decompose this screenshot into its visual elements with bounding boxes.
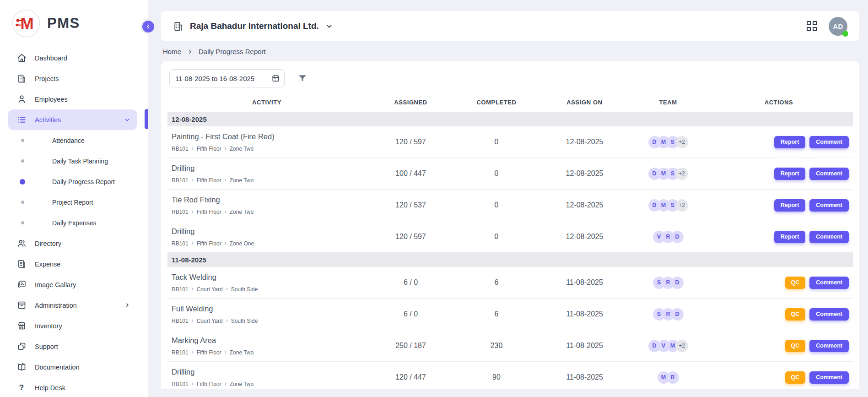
breadcrumb-home[interactable]: Home <box>163 48 181 55</box>
chevron-right-icon: › <box>192 177 194 183</box>
team-avatar[interactable]: R <box>667 371 679 384</box>
completed-value: 0 <box>455 201 538 209</box>
sidebar-collapse-button[interactable] <box>140 19 156 34</box>
sidebar-item-employees[interactable]: Employees <box>8 89 137 109</box>
filter-button[interactable] <box>297 73 307 83</box>
qc-button[interactable]: QC <box>785 308 806 321</box>
sidebar-item-directory[interactable]: Directory <box>8 233 137 254</box>
store-icon <box>16 321 27 331</box>
sidebar-item-dashboard[interactable]: Dashboard <box>8 48 137 68</box>
sidebar-item-image-gallary[interactable]: Image Gallary <box>8 274 137 295</box>
svg-text:M: M <box>20 14 33 32</box>
team-more-badge[interactable]: +2 <box>676 199 688 212</box>
comment-button[interactable]: Comment <box>809 340 849 352</box>
assigned-value: 6 / 0 <box>366 278 455 287</box>
path-crumb: Fifth Floor <box>197 381 221 387</box>
completed-value: 6 <box>455 310 538 318</box>
header-actions: AD <box>807 17 847 36</box>
date-group-row: 11-08-2025 <box>167 253 853 267</box>
image-icon <box>16 280 27 290</box>
column-header-team: TEAM <box>631 99 705 106</box>
avatar-initials: AD <box>833 22 843 30</box>
sidebar-item-label: Daily Expenses <box>52 219 97 227</box>
comment-button[interactable]: Comment <box>809 277 849 289</box>
sidebar-item-administration[interactable]: Administration <box>8 295 137 315</box>
sidebar-item-support[interactable]: Support <box>8 336 137 357</box>
company-selector[interactable]: Raja Bahadur International Ltd. <box>173 21 333 32</box>
sidebar-item-label: Inventory <box>35 322 62 330</box>
calendar-icon[interactable] <box>271 74 280 82</box>
sidebar-item-projects[interactable]: Projects <box>8 68 137 89</box>
copy-icon <box>16 342 27 352</box>
active-item-accent <box>145 109 148 129</box>
breadcrumb-current: Daily Progress Report <box>199 48 266 55</box>
qc-button[interactable]: QC <box>785 371 806 384</box>
comment-button[interactable]: Comment <box>809 199 849 212</box>
column-header-activity: ACTIVITY <box>167 99 366 106</box>
team-more-badge[interactable]: +2 <box>676 168 688 180</box>
sidebar-item-label: Daily Task Planning <box>52 158 108 165</box>
assign-on-value: 11-08-2025 <box>538 278 631 287</box>
sidebar-item-daily-expenses[interactable]: Daily Expenses <box>0 212 148 233</box>
sidebar-item-help-desk[interactable]: ? Help Desk <box>8 377 137 397</box>
team-avatar[interactable]: D <box>671 231 684 243</box>
comment-button[interactable]: Comment <box>809 231 849 243</box>
user-avatar[interactable]: AD <box>829 17 847 36</box>
sidebar-item-project-report[interactable]: Project Report <box>0 192 148 212</box>
activity-title: Full Welding <box>172 305 366 313</box>
activity-path: RB101› Fifth Floor› Zone Two <box>172 381 366 387</box>
sidebar-item-label: Directory <box>35 240 61 247</box>
sidebar-item-label: Daily Progress Report <box>52 178 115 185</box>
chevron-right-icon: › <box>225 177 226 183</box>
path-crumb: Court Yard <box>197 318 223 324</box>
sidebar-item-activities[interactable]: Activities <box>8 109 137 130</box>
table-row: Tie Rod Fixing RB101› Fifth Floor› Zone … <box>167 190 853 221</box>
report-button[interactable]: Report <box>774 168 805 180</box>
team-more-badge[interactable]: +2 <box>676 136 688 148</box>
sidebar-item-documentation[interactable]: Documentation <box>8 357 137 377</box>
chevron-right-icon: › <box>225 240 226 246</box>
team-avatar[interactable]: D <box>671 277 684 289</box>
report-button[interactable]: Report <box>774 136 805 148</box>
sidebar-item-label: Projects <box>35 75 59 82</box>
team-avatars: D M S +2 <box>631 136 705 148</box>
comment-button[interactable]: Comment <box>809 168 849 180</box>
report-button[interactable]: Report <box>774 231 805 243</box>
path-crumb: Zone Two <box>230 146 253 152</box>
completed-value: 0 <box>455 169 538 178</box>
activity-title: Drilling <box>172 227 366 236</box>
team-avatar[interactable]: D <box>671 308 684 321</box>
path-crumb: Fifth Floor <box>197 349 221 356</box>
bullet-icon <box>21 139 24 142</box>
person-icon <box>16 94 27 104</box>
sidebar-item-attendance[interactable]: Attendance <box>0 130 148 151</box>
qc-button[interactable]: QC <box>785 340 806 352</box>
breadcrumb: Home Daily Progress Report <box>163 48 859 55</box>
people-icon <box>16 239 27 249</box>
team-more-badge[interactable]: +2 <box>676 340 688 352</box>
chevron-right-icon: › <box>192 318 194 323</box>
qc-button[interactable]: QC <box>785 277 806 289</box>
sidebar-item-label: Activities <box>35 116 61 124</box>
online-status-dot <box>842 31 848 37</box>
path-crumb: RB101 <box>172 318 189 324</box>
path-crumb: Fifth Floor <box>197 209 221 215</box>
activity-title: Marking Area <box>172 336 366 345</box>
sidebar-item-daily-progress-report[interactable]: Daily Progress Report <box>0 171 148 192</box>
date-range-input[interactable] <box>169 69 285 87</box>
comment-button[interactable]: Comment <box>809 136 849 148</box>
table-row: Tack Welding RB101› Court Yard› South Si… <box>167 267 853 299</box>
chevron-left-icon <box>145 23 151 30</box>
activity-title: Painting - First Coat (Fire Red) <box>172 132 366 141</box>
activity-title: Drilling <box>172 368 366 376</box>
apps-grid-button[interactable] <box>807 21 817 31</box>
comment-button[interactable]: Comment <box>809 371 849 384</box>
sidebar-item-daily-task-planning[interactable]: Daily Task Planning <box>0 151 148 171</box>
sidebar-item-inventory[interactable]: Inventory <box>8 315 137 336</box>
report-card: ACTIVITY ASSIGNED COMPLETED ASSIGN ON TE… <box>161 61 859 389</box>
report-button[interactable]: Report <box>774 199 805 212</box>
comment-button[interactable]: Comment <box>809 308 849 321</box>
team-avatars: D M S +2 <box>631 199 705 212</box>
sidebar-item-expense[interactable]: Expense <box>8 254 137 274</box>
path-crumb: Zone One <box>230 240 254 247</box>
